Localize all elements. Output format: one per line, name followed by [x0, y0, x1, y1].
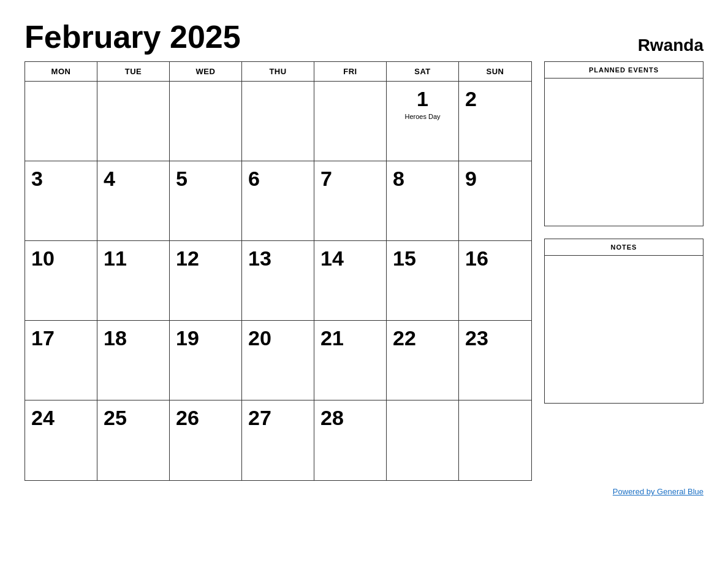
cal-cell	[387, 400, 459, 480]
day-number: 3	[31, 166, 43, 191]
planned-events-header: PLANNED EVENTS	[545, 62, 703, 79]
cal-cell: 10	[25, 241, 97, 321]
day-header-mon: MON	[25, 62, 97, 81]
sidebar: PLANNED EVENTS NOTES	[544, 61, 703, 404]
cal-cell	[459, 400, 531, 480]
cal-cell: 16	[459, 241, 531, 321]
cal-cell: 6	[242, 161, 314, 241]
cell-content: 18	[104, 326, 163, 351]
cell-content: 16	[465, 246, 525, 271]
calendar-section: MONTUEWEDTHUFRISATSUN 1Heroes Day2345678…	[25, 61, 532, 481]
day-number: 27	[248, 405, 271, 431]
day-header-thu: THU	[242, 62, 314, 81]
cell-content: 28	[320, 405, 380, 431]
cell-content: 26	[176, 405, 235, 431]
planned-events-box: PLANNED EVENTS	[544, 61, 703, 226]
calendar-grid: MONTUEWEDTHUFRISATSUN 1Heroes Day2345678…	[25, 61, 532, 481]
day-number: 13	[248, 246, 271, 271]
cal-cell	[170, 82, 242, 161]
month-title: February 2025	[25, 18, 241, 55]
footer: Powered by General Blue	[25, 487, 703, 496]
day-number: 24	[31, 405, 55, 431]
page-header: February 2025 Rwanda	[25, 18, 703, 55]
cell-content: 2	[465, 86, 525, 112]
cal-cell: 21	[314, 321, 387, 400]
cell-content: 24	[31, 405, 91, 431]
cal-cell: 8	[387, 161, 459, 241]
cell-content: 27	[248, 405, 308, 431]
planned-events-body	[545, 79, 703, 226]
cal-cell: 13	[242, 241, 314, 321]
cal-cell: 25	[97, 400, 170, 480]
day-number: 2	[465, 86, 477, 112]
cal-cell: 11	[97, 241, 170, 321]
day-number: 8	[393, 166, 404, 191]
day-number: 12	[176, 246, 199, 271]
cal-cell: 7	[314, 161, 387, 241]
cell-content: 5	[176, 166, 235, 191]
day-header-fri: FRI	[314, 62, 387, 81]
day-number: 20	[248, 326, 271, 351]
cell-content: 15	[393, 246, 452, 271]
day-number: 16	[465, 246, 488, 271]
day-number: 19	[176, 326, 199, 351]
cal-cell	[314, 82, 387, 161]
notes-body	[545, 256, 703, 403]
cal-cell: 27	[242, 400, 314, 480]
cal-cell: 5	[170, 161, 242, 241]
cell-content: 6	[248, 166, 308, 191]
cell-content: 14	[320, 246, 380, 271]
day-number: 14	[320, 246, 344, 271]
cal-cell: 2	[459, 82, 531, 161]
cal-cell: 19	[170, 321, 242, 400]
day-number: 23	[465, 326, 488, 351]
cell-content: 17	[31, 326, 91, 351]
day-number: 17	[31, 326, 55, 351]
powered-by-link[interactable]: Powered by General Blue	[613, 487, 703, 496]
cell-content: 23	[465, 326, 525, 351]
day-header-tue: TUE	[97, 62, 170, 81]
cell-content: 20	[248, 326, 308, 351]
cell-content: 19	[176, 326, 235, 351]
cal-cell: 15	[387, 241, 459, 321]
main-layout: MONTUEWEDTHUFRISATSUN 1Heroes Day2345678…	[25, 61, 703, 481]
cal-cell: 9	[459, 161, 531, 241]
cal-cell: 24	[25, 400, 97, 480]
cal-cell: 3	[25, 161, 97, 241]
cell-content: 25	[104, 405, 163, 431]
day-number: 28	[320, 405, 344, 431]
cell-content: 1Heroes Day	[393, 86, 452, 120]
day-number: 21	[320, 326, 344, 351]
day-number: 7	[320, 166, 332, 191]
day-header-wed: WED	[170, 62, 242, 81]
day-number: 25	[104, 405, 127, 431]
day-number: 15	[393, 246, 416, 271]
day-number: 18	[104, 326, 127, 351]
cal-cell: 20	[242, 321, 314, 400]
day-header-sat: SAT	[387, 62, 459, 81]
day-header-sun: SUN	[459, 62, 531, 81]
day-number: 4	[104, 166, 115, 191]
cal-cell: 22	[387, 321, 459, 400]
day-number: 11	[104, 246, 127, 271]
cell-content: 4	[104, 166, 163, 191]
day-number: 22	[393, 326, 416, 351]
cal-cell: 23	[459, 321, 531, 400]
cell-content: 22	[393, 326, 452, 351]
cell-content: 12	[176, 246, 235, 271]
day-number: 26	[176, 405, 199, 431]
day-number: 9	[465, 166, 477, 191]
cal-cell: 26	[170, 400, 242, 480]
cal-cell: 18	[97, 321, 170, 400]
day-number: 6	[248, 166, 260, 191]
cell-content: 11	[104, 246, 163, 271]
cal-cell: 28	[314, 400, 387, 480]
cell-content: 8	[393, 166, 452, 191]
cal-cell: 14	[314, 241, 387, 321]
country-title: Rwanda	[638, 36, 703, 55]
notes-box: NOTES	[544, 239, 703, 404]
cell-content: 10	[31, 246, 91, 271]
cal-cell	[25, 82, 97, 161]
day-number: 1	[417, 86, 428, 112]
day-event: Heroes Day	[404, 113, 440, 120]
